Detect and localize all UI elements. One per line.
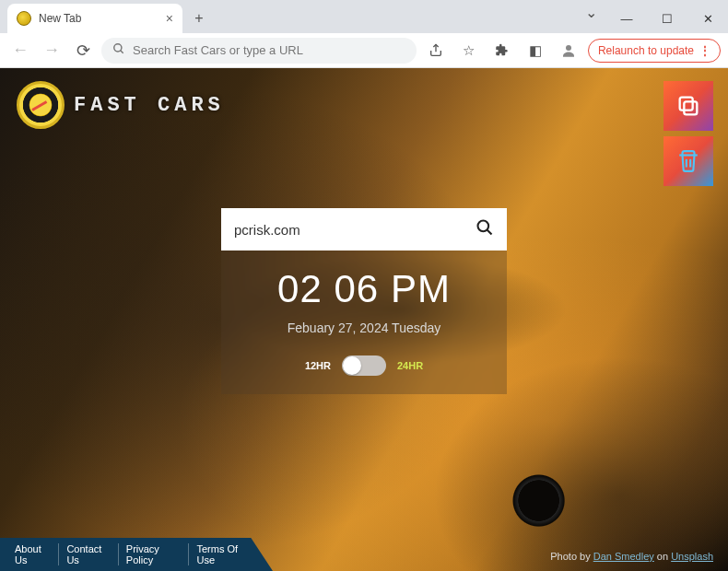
search-input[interactable] (234, 222, 476, 238)
favicon-icon (17, 11, 31, 26)
bookmark-icon[interactable]: ☆ (455, 38, 483, 64)
svg-rect-5 (680, 98, 693, 111)
brand-title: FAST CARS (74, 94, 225, 117)
credit-middle: on (654, 551, 671, 562)
brand-header: FAST CARS (17, 81, 225, 129)
delete-button[interactable] (663, 136, 713, 186)
photo-credit: Photo by Dan Smedley on Unsplash (550, 551, 713, 562)
sidepanel-icon[interactable]: ◧ (522, 38, 549, 64)
extensions-icon[interactable] (488, 38, 516, 64)
format-toggle[interactable] (342, 355, 386, 376)
svg-point-8 (478, 220, 489, 231)
minimize-button[interactable]: ― (606, 4, 647, 33)
tab-dropdown-icon[interactable]: ⌄ (585, 4, 597, 33)
omnibox-placeholder: Search Fast Cars or type a URL (133, 43, 303, 57)
search-icon (112, 42, 125, 58)
time-format-toggle: 12HR 24HR (221, 355, 507, 376)
svg-line-9 (487, 229, 492, 234)
window-controls: ⌄ ― ☐ ✕ (585, 4, 728, 33)
privacy-link[interactable]: Privacy Policy (119, 543, 190, 565)
footer-links: About Us Contact Us Privacy Policy Terms… (0, 538, 273, 571)
svg-point-0 (114, 44, 122, 52)
back-button[interactable]: ← (7, 38, 33, 64)
magnifier-icon (476, 218, 494, 237)
browser-toolbar: ← → ⟳ Search Fast Cars or type a URL ☆ ◧… (0, 33, 728, 68)
page-content: FAST CARS 02 06 PM Febuary 27, 2024 Tues… (0, 68, 728, 571)
profile-icon[interactable] (555, 38, 582, 64)
reload-button[interactable]: ⟳ (70, 38, 96, 64)
search-submit-button[interactable] (476, 218, 494, 241)
contact-link[interactable]: Contact Us (59, 543, 118, 565)
close-window-button[interactable]: ✕ (687, 4, 728, 33)
credit-author-link[interactable]: Dan Smedley (593, 551, 654, 562)
relaunch-label: Relaunch to update (598, 44, 694, 57)
center-widget: 02 06 PM Febuary 27, 2024 Tuesday 12HR 2… (221, 208, 507, 394)
tab-strip: New Tab × + ⌄ ― ☐ ✕ (0, 0, 728, 33)
svg-line-1 (121, 51, 123, 53)
clock-date: Febuary 27, 2024 Tuesday (221, 320, 507, 335)
close-tab-icon[interactable]: × (166, 11, 173, 26)
new-tab-button[interactable]: + (186, 6, 212, 31)
browser-tab[interactable]: New Tab × (7, 4, 182, 33)
terms-link[interactable]: Terms Of Use (189, 543, 258, 565)
clock-time: 02 06 PM (221, 267, 507, 311)
relaunch-button[interactable]: Relaunch to update ⋮ (588, 39, 721, 63)
about-link[interactable]: About Us (15, 543, 59, 565)
omnibox[interactable]: Search Fast Cars or type a URL (101, 38, 417, 64)
side-buttons (663, 81, 713, 186)
speedometer-logo-icon (17, 81, 65, 129)
svg-point-3 (566, 45, 571, 51)
maximize-button[interactable]: ☐ (647, 4, 687, 33)
svg-rect-4 (684, 101, 697, 114)
copy-icon (675, 93, 701, 119)
tab-title: New Tab (39, 12, 81, 25)
search-bar (221, 208, 507, 251)
credit-prefix: Photo by (550, 551, 593, 562)
toggle-knob (343, 356, 361, 375)
toggle-12hr-label: 12HR (305, 360, 331, 371)
trash-icon (676, 149, 700, 173)
share-icon[interactable] (422, 38, 450, 64)
toggle-24hr-label: 24HR (397, 360, 423, 371)
copy-button[interactable] (663, 81, 713, 131)
menu-dots-icon[interactable]: ⋮ (699, 44, 710, 57)
credit-site-link[interactable]: Unsplash (671, 551, 713, 562)
forward-button[interactable]: → (39, 38, 65, 64)
